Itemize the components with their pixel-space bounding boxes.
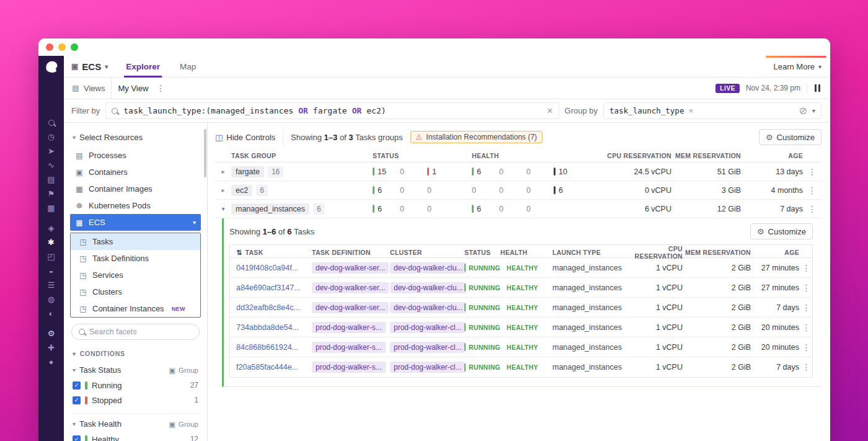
- column-health[interactable]: HEALTH: [468, 152, 578, 159]
- metrics-icon[interactable]: ∿: [38, 158, 64, 172]
- column-health[interactable]: HEALTH: [500, 249, 546, 256]
- pause-button[interactable]: [813, 84, 822, 92]
- cluster-tag[interactable]: dev-dog-walker-clu...: [390, 282, 466, 293]
- resource-item-services[interactable]: ◳ Services: [71, 267, 200, 283]
- column-cpu-reservation[interactable]: CPU RESERVATION: [619, 245, 683, 260]
- task-row[interactable]: a84e690acf3147... dev-dog-walker-ser... …: [230, 278, 812, 298]
- task-definition-tag[interactable]: prod-dog-walker-s...: [312, 322, 386, 333]
- dashboards-icon[interactable]: ▤: [38, 172, 64, 187]
- column-task-definition[interactable]: TASK DEFINITION: [312, 249, 390, 256]
- cluster-tag[interactable]: dev-dog-walker-clu...: [390, 262, 466, 274]
- conditions-header[interactable]: ▾ CONDITIONS: [64, 344, 207, 360]
- checkbox[interactable]: ✓: [73, 435, 81, 441]
- task-link[interactable]: 0419f408c0a94f...: [236, 264, 298, 272]
- installation-recommendations-badge[interactable]: ⚠ Installation Recommendations (7): [410, 131, 543, 143]
- settings-icon[interactable]: ⚙: [38, 326, 64, 341]
- task-link[interactable]: f20a585fac444e...: [236, 363, 298, 372]
- search-icon[interactable]: [38, 115, 64, 130]
- row-options-kebab[interactable]: ⋮: [799, 283, 813, 293]
- task-row[interactable]: dd32eafb8c8e4c... dev-dog-walker-ser... …: [230, 298, 812, 318]
- resource-item-task-definitions[interactable]: ◳ Task Definitions: [71, 250, 200, 267]
- task-row[interactable]: 734abbda8de54... prod-dog-walker-s... pr…: [230, 318, 812, 337]
- resource-item-containers[interactable]: ▣ Containers: [70, 164, 201, 180]
- current-view-name[interactable]: My View: [118, 84, 148, 93]
- column-status[interactable]: STATUS: [458, 249, 500, 256]
- facet-healthy[interactable]: ✓ Healthy 12: [64, 432, 207, 441]
- security-icon[interactable]: ◍: [38, 292, 64, 306]
- row-options-kebab[interactable]: ⋮: [803, 204, 822, 214]
- row-options-kebab[interactable]: ⋮: [799, 323, 813, 332]
- task-definition-tag[interactable]: prod-dog-walker-s...: [312, 362, 386, 373]
- notebooks-icon[interactable]: ▦: [38, 201, 64, 215]
- live-badge[interactable]: LIVE: [715, 84, 740, 93]
- clear-group-by-icon[interactable]: ⊘: [799, 105, 807, 117]
- apm-icon[interactable]: ➤: [38, 144, 64, 158]
- resource-item-container-images[interactable]: ▦ Container Images: [70, 180, 201, 197]
- task-definition-tag[interactable]: dev-dog-walker-ser...: [312, 262, 389, 274]
- facet-group-task-health[interactable]: ▾ Task Health ▣ Group: [64, 414, 207, 432]
- task-row[interactable]: 84c868b661924... prod-dog-walker-s... pr…: [230, 337, 812, 357]
- task-group-name[interactable]: fargate: [231, 166, 264, 177]
- column-cluster[interactable]: CLUSTER: [390, 249, 458, 256]
- cluster-tag[interactable]: dev-dog-walker-clu...: [390, 302, 466, 313]
- group-toggle[interactable]: ▣ Group: [169, 420, 198, 429]
- chevron-down-icon[interactable]: ▾: [812, 107, 815, 114]
- search-facets-input[interactable]: [89, 327, 192, 336]
- cluster-tag[interactable]: prod-dog-walker-cl...: [390, 362, 465, 373]
- column-cpu-reservation[interactable]: CPU RESERVATION: [578, 152, 671, 159]
- facet-group-task-status[interactable]: ▾ Task Status ▣ Group: [64, 360, 207, 378]
- infrastructure-icon[interactable]: ✱: [38, 235, 64, 249]
- task-row[interactable]: f20a585fac444e... prod-dog-walker-s... p…: [230, 357, 812, 377]
- resource-item-ecs[interactable]: ▩ ECS ▾: [70, 214, 201, 231]
- containers-icon[interactable]: ◰: [38, 249, 64, 264]
- task-group-name[interactable]: managed_instances: [231, 203, 309, 215]
- cluster-tag[interactable]: prod-dog-walker-cl...: [390, 322, 465, 333]
- task-link[interactable]: 84c868b661924...: [236, 343, 298, 352]
- cluster-tag[interactable]: prod-dog-walker-cl...: [390, 342, 465, 353]
- monitors-icon[interactable]: ⚑: [38, 187, 64, 201]
- column-status[interactable]: STATUS: [369, 152, 451, 159]
- expand-chevron-icon[interactable]: ▸: [215, 168, 231, 175]
- column-age[interactable]: AGE: [741, 152, 803, 159]
- select-resources-header[interactable]: ▾ Select Resources: [64, 130, 207, 147]
- column-launch-type[interactable]: LAUNCH TYPE: [546, 249, 619, 256]
- filter-query-input[interactable]: task_launch_type:(managed_instancesORfar…: [105, 102, 559, 119]
- close-window-button[interactable]: [46, 43, 53, 51]
- task-group-row-managed-instances[interactable]: ▾ managed_instances 6 6 0 0 6 0 0: [215, 200, 822, 218]
- task-group-row-fargate[interactable]: ▸ fargate 16 15 0 1 6 0 0: [215, 163, 822, 181]
- customize-button[interactable]: ⚙ Customize: [759, 129, 822, 145]
- group-toggle[interactable]: ▣ Group: [169, 366, 198, 375]
- column-task[interactable]: ⇅TASK: [230, 249, 312, 257]
- datadog-logo[interactable]: [38, 56, 64, 78]
- resource-item-tasks[interactable]: ◳ Tasks: [71, 233, 200, 250]
- column-mem-reservation[interactable]: MEM RESERVATION: [671, 152, 741, 159]
- synthetics-icon[interactable]: ◈: [38, 221, 64, 235]
- task-group-name[interactable]: ec2: [231, 185, 252, 196]
- help-icon[interactable]: ●: [38, 355, 64, 369]
- remove-group-by-icon[interactable]: ×: [688, 106, 693, 115]
- row-options-kebab[interactable]: ⋮: [799, 362, 813, 372]
- serverless-icon[interactable]: ◒: [38, 264, 64, 278]
- resource-item-processes[interactable]: ▤ Processes: [70, 147, 201, 164]
- row-options-kebab[interactable]: ⋮: [799, 342, 813, 352]
- task-group-row-ec2[interactable]: ▸ ec2 6 6 0 0 0 0 0 6: [215, 181, 822, 200]
- zoom-window-button[interactable]: [71, 43, 78, 51]
- clear-query-icon[interactable]: ×: [547, 106, 552, 116]
- column-age[interactable]: AGE: [751, 249, 799, 256]
- view-options-kebab[interactable]: ⋮: [154, 83, 167, 93]
- task-link[interactable]: a84e690acf3147...: [236, 283, 301, 292]
- checkbox[interactable]: ✓: [73, 396, 81, 404]
- column-mem-reservation[interactable]: MEM RESERVATION: [683, 249, 751, 256]
- checkbox[interactable]: ✓: [73, 381, 81, 390]
- row-options-kebab[interactable]: ⋮: [799, 263, 813, 273]
- watchdog-icon[interactable]: ◷: [38, 130, 64, 144]
- minimize-window-button[interactable]: [58, 43, 66, 51]
- collapse-chevron-icon[interactable]: ▾: [215, 205, 231, 212]
- task-link[interactable]: 734abbda8de54...: [236, 323, 299, 332]
- product-switcher[interactable]: ▣ ECS ▾: [71, 61, 108, 72]
- hide-controls-button[interactable]: ◫ Hide Controls: [215, 133, 275, 142]
- tab-explorer[interactable]: Explorer: [124, 56, 162, 78]
- task-definition-tag[interactable]: dev-dog-walker-ser...: [312, 282, 389, 293]
- network-icon[interactable]: ☰: [38, 278, 64, 292]
- resource-item-clusters[interactable]: ◳ Clusters: [71, 283, 200, 300]
